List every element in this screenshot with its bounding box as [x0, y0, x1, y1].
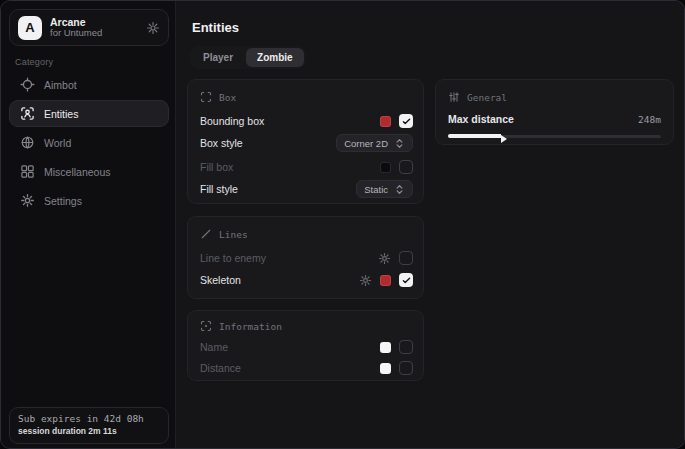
- box-card-header: Box: [200, 91, 236, 103]
- row-label: Fill style: [200, 183, 356, 195]
- row-label: Line to enemy: [200, 252, 378, 264]
- brand-gear-icon[interactable]: [146, 21, 160, 35]
- row-label: Box style: [200, 137, 336, 149]
- sub-expiry-text: Sub expires in 42d 08h: [18, 413, 160, 424]
- line-icon: [200, 228, 212, 240]
- slider-handle[interactable]: [501, 135, 507, 143]
- dropdown-value: Static: [364, 184, 388, 195]
- check-icon: [402, 276, 411, 285]
- card-title: Lines: [219, 229, 248, 240]
- slider-fill: [448, 134, 501, 138]
- name-row: Name: [200, 339, 413, 355]
- gear-icon: [20, 193, 35, 208]
- max-distance-slider[interactable]: [448, 131, 661, 141]
- dropdown-value: Corner 2D: [344, 138, 388, 149]
- sidebar: A Arcane for Untumed Category Aimbot Ent…: [1, 1, 176, 448]
- sidebar-item-label: World: [44, 137, 71, 149]
- sidebar-nav: Aimbot Entities World Miscellaneous Sett…: [9, 71, 169, 216]
- row-label: Skeleton: [200, 274, 359, 286]
- card-title: Information: [219, 321, 282, 332]
- skeleton-settings-gear-icon[interactable]: [359, 274, 372, 287]
- chevrons-up-down-icon: [394, 138, 405, 149]
- name-checkbox[interactable]: [399, 340, 413, 354]
- sidebar-item-world[interactable]: World: [9, 129, 169, 156]
- max-distance-value: 248m: [638, 114, 661, 125]
- color-swatch[interactable]: [380, 275, 391, 286]
- fill-style-dropdown[interactable]: Static: [356, 180, 413, 198]
- color-swatch[interactable]: [380, 363, 391, 374]
- sidebar-item-label: Aimbot: [44, 79, 77, 91]
- subscription-info-card: Sub expires in 42d 08h session duration …: [9, 407, 169, 444]
- row-label: Bounding box: [200, 115, 380, 127]
- sidebar-item-miscellaneous[interactable]: Miscellaneous: [9, 158, 169, 185]
- general-card-header: General: [448, 91, 507, 103]
- skeleton-checkbox[interactable]: [399, 273, 413, 287]
- skeleton-row: Skeleton: [200, 272, 413, 288]
- check-icon: [402, 117, 411, 126]
- main-panel: Entities Player Zombie Box Bounding box: [177, 1, 684, 448]
- box-style-row: Box style Corner 2D: [200, 135, 413, 151]
- sidebar-item-aimbot[interactable]: Aimbot: [9, 71, 169, 98]
- app-logo: A: [18, 16, 42, 40]
- lines-card-header: Lines: [200, 228, 248, 240]
- crosshair-icon: [20, 77, 35, 92]
- fill-box-row: Fill box: [200, 159, 413, 175]
- distance-row: Distance: [200, 360, 413, 376]
- sidebar-item-label: Miscellaneous: [44, 166, 111, 178]
- card-title: Box: [219, 92, 236, 103]
- color-swatch[interactable]: [380, 116, 391, 127]
- color-swatch[interactable]: [380, 162, 391, 173]
- entity-tabs: Player Zombie: [190, 46, 306, 69]
- scan-box-icon: [200, 91, 212, 103]
- line-settings-gear-icon[interactable]: [378, 252, 391, 265]
- grid-icon: [20, 164, 35, 179]
- fill-box-checkbox[interactable]: [399, 160, 413, 174]
- max-distance-label: Max distance: [448, 113, 638, 125]
- fill-style-row: Fill style Static: [200, 181, 413, 197]
- general-card: General Max distance 248m: [435, 79, 674, 145]
- row-label: Fill box: [200, 161, 380, 173]
- globe-icon: [20, 135, 35, 150]
- bounding-box-checkbox[interactable]: [399, 114, 413, 128]
- brand-text: Arcane for Untumed: [50, 16, 146, 39]
- page-title: Entities: [192, 20, 239, 35]
- max-distance-row: Max distance 248m: [448, 113, 661, 125]
- bounding-box-row: Bounding box: [200, 113, 413, 129]
- row-label: Distance: [200, 362, 380, 374]
- session-duration-text: session duration 2m 11s: [18, 426, 160, 436]
- distance-checkbox[interactable]: [399, 361, 413, 375]
- information-card: Information Name Distance: [187, 310, 424, 381]
- lines-card: Lines Line to enemy Skeleton: [187, 216, 424, 299]
- scan-dot-icon: [200, 320, 212, 332]
- line-to-enemy-row: Line to enemy: [200, 250, 413, 266]
- color-swatch[interactable]: [380, 342, 391, 353]
- scan-person-icon: [20, 106, 35, 121]
- tab-zombie[interactable]: Zombie: [246, 48, 304, 67]
- row-label: Name: [200, 341, 380, 353]
- tab-player[interactable]: Player: [192, 48, 244, 67]
- sliders-icon: [448, 91, 460, 103]
- sidebar-item-settings[interactable]: Settings: [9, 187, 169, 214]
- chevrons-up-down-icon: [394, 184, 405, 195]
- sidebar-item-label: Entities: [44, 108, 78, 120]
- box-card: Box Bounding box Box style Corner 2D: [187, 79, 424, 204]
- brand-card: A Arcane for Untumed: [9, 9, 169, 46]
- app-window: A Arcane for Untumed Category Aimbot Ent…: [0, 0, 685, 449]
- sidebar-item-entities[interactable]: Entities: [9, 100, 169, 127]
- information-card-header: Information: [200, 320, 282, 332]
- box-style-dropdown[interactable]: Corner 2D: [336, 134, 413, 152]
- sidebar-item-label: Settings: [44, 195, 82, 207]
- card-title: General: [467, 92, 507, 103]
- line-to-enemy-checkbox[interactable]: [399, 251, 413, 265]
- app-subtitle: for Untumed: [50, 28, 146, 39]
- category-section-label: Category: [15, 57, 53, 67]
